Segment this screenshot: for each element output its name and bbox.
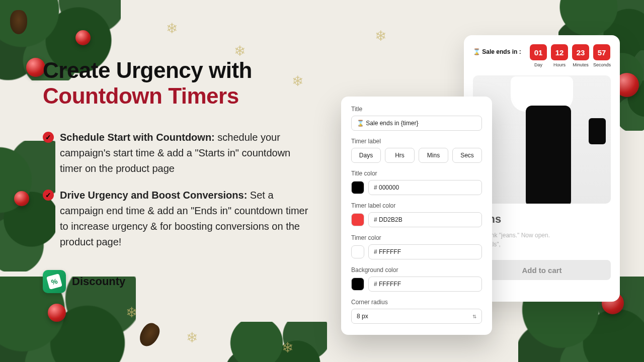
- countdown-block-seconds: 57 Seconds: [593, 44, 611, 67]
- brand-lockup: % Discounty: [43, 270, 309, 293]
- countdown-block-hours: 12 Hours: [551, 44, 568, 67]
- snowflake-icon: ❄: [126, 304, 137, 321]
- ornament-icon: [14, 191, 29, 206]
- countdown-value: 57: [593, 44, 610, 60]
- corner-radius-select[interactable]: 8 px ⇅: [351, 309, 482, 324]
- brand-badge: %: [43, 270, 66, 293]
- headline: Create Urgency with Countdown Timers: [43, 58, 309, 109]
- countdown-block-day: 01 Day: [530, 44, 547, 67]
- timer-color-input[interactable]: # FFFFFF: [368, 244, 482, 259]
- headline-line2: Countdown Timers: [43, 83, 239, 108]
- timer-color-swatch[interactable]: [351, 245, 364, 258]
- countdown-block-minutes: 23 Minutes: [572, 44, 589, 67]
- brand-name: Discounty: [72, 275, 125, 288]
- countdown-unit: Day: [530, 62, 547, 67]
- decor-pine: [226, 322, 327, 362]
- countdown-value: 12: [551, 44, 568, 60]
- headline-line1: Create Urgency with: [43, 58, 252, 82]
- snowflake-icon: ❄: [282, 339, 293, 356]
- feature-bullet: ✓ Schedule Start with Countdown: schedul…: [43, 130, 309, 176]
- add-to-cart-button[interactable]: Add to cart: [473, 260, 611, 280]
- timer-label-label: Timer label: [351, 138, 482, 145]
- countdown-unit: Minutes: [572, 62, 589, 67]
- snowflake-icon: ❄: [166, 20, 178, 37]
- title-color-label: Title color: [351, 170, 482, 177]
- countdown-row: ⌛ Sale ends in : 01 Day 12 Hours 23 Minu…: [473, 44, 611, 67]
- snowflake-icon: ❄: [375, 28, 386, 44]
- bullet-text: Schedule Start with Countdown: schedule …: [60, 130, 309, 176]
- timer-label-color-swatch[interactable]: [351, 213, 364, 226]
- countdown-unit: Seconds: [593, 62, 611, 67]
- percent-icon: %: [46, 274, 62, 290]
- snowflake-icon: ❄: [234, 43, 246, 59]
- timer-label-days-input[interactable]: Days: [351, 148, 381, 163]
- title-label: Title: [351, 106, 482, 113]
- corner-radius-label: Corner radius: [351, 299, 482, 306]
- pinecone-icon: [136, 320, 163, 350]
- check-icon: ✓: [43, 132, 54, 143]
- pinecone-icon: [10, 10, 27, 34]
- snowflake-icon: ❄: [186, 329, 198, 346]
- ornament-icon: [75, 30, 91, 45]
- marketing-copy: Create Urgency with Countdown Timers ✓ S…: [43, 58, 309, 293]
- sale-ends-label: ⌛ Sale ends in :: [473, 48, 521, 55]
- feature-bullet: ✓ Drive Urgency and Boost Conversions: S…: [43, 188, 309, 250]
- title-input[interactable]: ⌛ Sale ends in {timer}: [351, 116, 482, 131]
- product-title: jeans: [473, 213, 611, 226]
- title-color-input[interactable]: # 000000: [368, 180, 482, 195]
- countdown-value: 01: [530, 44, 547, 60]
- product-description: es. Think "jeans." Now open. Originals",: [473, 231, 611, 249]
- timer-settings-card: Title ⌛ Sale ends in {timer} Timer label…: [341, 97, 492, 335]
- countdown-value: 23: [572, 44, 589, 60]
- timer-label-color-input[interactable]: # DD2B2B: [368, 212, 482, 227]
- check-icon: ✓: [43, 190, 54, 201]
- background-color-input[interactable]: # FFFFFF: [368, 277, 482, 292]
- title-color-swatch[interactable]: [351, 181, 364, 194]
- background-color-swatch[interactable]: [351, 278, 364, 291]
- timer-label-mins-input[interactable]: Mins: [419, 148, 448, 163]
- timer-color-label: Timer color: [351, 234, 482, 241]
- ornament-icon: [48, 304, 66, 322]
- chevron-updown-icon: ⇅: [472, 314, 476, 319]
- timer-label-color-label: Timer label color: [351, 202, 482, 209]
- background-color-label: Background color: [351, 266, 482, 274]
- timer-label-secs-input[interactable]: Secs: [452, 148, 482, 163]
- timer-label-hrs-input[interactable]: Hrs: [385, 148, 415, 163]
- countdown-unit: Hours: [551, 62, 568, 67]
- bullet-text: Drive Urgency and Boost Conversions: Set…: [60, 188, 309, 250]
- product-image: [473, 75, 611, 204]
